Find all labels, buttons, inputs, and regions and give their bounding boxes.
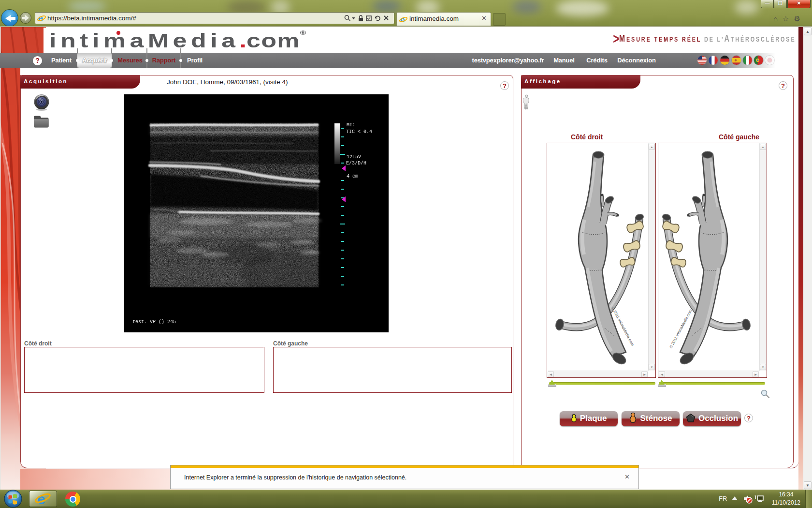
svg-text:e: e bbox=[37, 491, 45, 507]
svg-text:12L5V: 12L5V bbox=[347, 154, 361, 160]
svg-text:E/3/D/H: E/3/D/H bbox=[346, 161, 366, 166]
svg-text:MI:: MI: bbox=[347, 122, 355, 128]
svg-text:4 cm: 4 cm bbox=[347, 174, 358, 179]
svg-text:test. VP () 245: test. VP () 245 bbox=[132, 319, 176, 325]
svg-text:TIC < 0.4: TIC < 0.4 bbox=[346, 129, 372, 134]
